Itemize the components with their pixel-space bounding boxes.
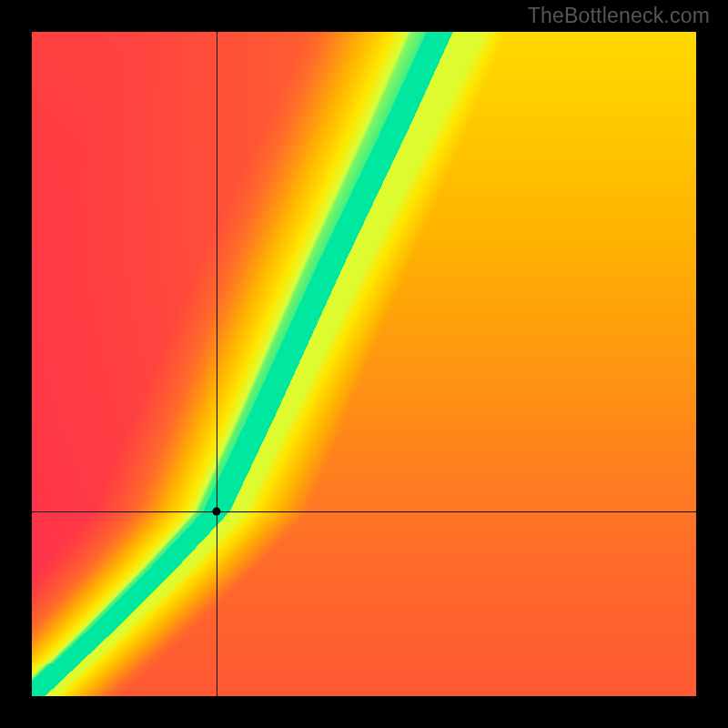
chart-frame: TheBottleneck.com (0, 0, 728, 728)
watermark-text: TheBottleneck.com (528, 4, 710, 28)
heatmap-canvas (32, 32, 696, 696)
